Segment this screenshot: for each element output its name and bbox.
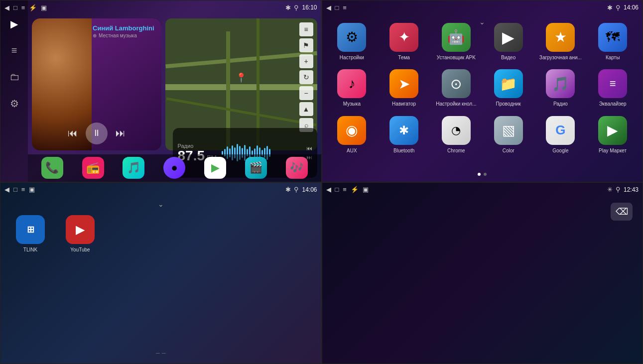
- playmarket-label: Play Маркет: [599, 148, 627, 153]
- back-icon-3[interactable]: ◀: [4, 186, 9, 193]
- panel-dialer: ◀ □ ≡ ⚡ ▣ ✳ ⚲ 12:43 ⌫ 1 2 3 # 📞 4 5 6 0 …: [322, 182, 643, 364]
- maps-label: Карты: [606, 55, 620, 60]
- nav-icon: ➤: [389, 69, 418, 98]
- app-settings[interactable]: ⚙ Настройки: [327, 19, 377, 64]
- square-icon-3[interactable]: □: [13, 186, 17, 193]
- aux-label: AUX: [347, 148, 357, 153]
- bottom-music-btn[interactable]: 🎵: [123, 157, 144, 179]
- app-knob[interactable]: ⊙ Настройки кнол...: [431, 66, 481, 111]
- app-video[interactable]: ▶ Видео: [484, 19, 533, 64]
- menu-icon-1[interactable]: ≡: [21, 4, 25, 11]
- next-button[interactable]: ⏭: [116, 127, 126, 139]
- theme-icon: ✦: [389, 23, 418, 52]
- menu-icon-2[interactable]: ≡: [343, 4, 347, 11]
- square-icon-1[interactable]: □: [13, 4, 17, 11]
- bottom-video-btn[interactable]: 🎬: [245, 157, 267, 179]
- source-icon: ⊕: [93, 33, 97, 38]
- app-color[interactable]: ▧ Color: [484, 113, 533, 157]
- app-navigator[interactable]: ➤ Навигатор: [379, 66, 429, 111]
- radio-prev-btn[interactable]: ⏮: [306, 145, 312, 152]
- app-playmarket[interactable]: ▶ Play Маркет: [588, 113, 638, 157]
- app-tlink[interactable]: ⊞ TLINK: [10, 215, 50, 252]
- app-music[interactable]: ♪ Музыка: [327, 66, 377, 111]
- loader-label: Загрузочная ани...: [539, 55, 582, 60]
- bt-icon-3: ✱: [285, 186, 291, 193]
- files-label: Проводник: [496, 101, 521, 107]
- chrome-label: Chrome: [447, 148, 465, 153]
- bluetooth-label: Bluetooth: [393, 148, 414, 153]
- color-icon: ▧: [494, 116, 523, 145]
- sidebar-folder-icon[interactable]: 🗀: [9, 71, 19, 83]
- eq-icon: ≡: [598, 69, 627, 98]
- radio-label: Радио: [553, 101, 568, 107]
- music-widget: Синий Lamborghini ⊕ Местная музыка ⏮ ⏸ ⏭: [32, 18, 161, 150]
- app-google[interactable]: G Google: [536, 113, 586, 157]
- music-source: ⊕ Местная музыка: [93, 33, 155, 38]
- location-icon-2: ⚲: [616, 4, 621, 11]
- map-zoom-in-btn[interactable]: +: [299, 54, 313, 68]
- chevron-3[interactable]: ⌄: [158, 200, 164, 208]
- usb-icon-4: ⚡: [351, 186, 359, 193]
- sd-icon-1: ▣: [41, 4, 47, 11]
- location-icon-3: ⚲: [294, 186, 299, 193]
- status-bar-1: ◀ □ ≡ ⚡ ▣ ✱ ⚲ 16:10: [0, 0, 321, 14]
- app-files[interactable]: 📁 Проводник: [484, 66, 533, 111]
- settings-icon: ⚙: [337, 23, 366, 52]
- app-aux[interactable]: ◉ AUX: [327, 113, 377, 157]
- sd-icon-3: ▣: [29, 186, 35, 193]
- sidebar-nav-icon[interactable]: ▶: [10, 18, 18, 30]
- bluetooth-icon: ✱: [389, 116, 418, 145]
- app-chrome[interactable]: ◔ Chrome: [431, 113, 481, 157]
- back-icon-4[interactable]: ◀: [326, 186, 331, 193]
- app-radio[interactable]: 🎵 Радио: [536, 66, 586, 111]
- menu-icon-4[interactable]: ≡: [343, 186, 347, 193]
- map-toolbar: ≡ ⚑ + ↻ − ▲ ⌕: [299, 22, 313, 132]
- map-menu-btn[interactable]: ≡: [299, 22, 313, 36]
- app-youtube[interactable]: ▶ YouTube: [60, 215, 100, 252]
- map-zoom-out-btn[interactable]: −: [299, 86, 313, 100]
- time-4: 12:43: [624, 186, 639, 193]
- music-icon: ♪: [337, 69, 366, 98]
- app-theme[interactable]: ✦ Тема: [379, 19, 429, 64]
- video-label: Видео: [501, 55, 515, 60]
- map-rotate-btn[interactable]: ↻: [299, 70, 313, 84]
- sidebar-sliders-icon[interactable]: ≡: [11, 45, 17, 56]
- sidebar-gear-icon[interactable]: ⚙: [10, 98, 19, 110]
- dot-1[interactable]: [478, 173, 481, 176]
- app-maps[interactable]: 🗺 Карты: [588, 19, 638, 64]
- map-compass-btn[interactable]: ▲: [299, 102, 313, 116]
- square-icon-4[interactable]: □: [335, 186, 339, 193]
- theme-label: Тема: [398, 55, 410, 60]
- app-apk[interactable]: 🤖 Установщик APK: [431, 19, 481, 64]
- app-loader[interactable]: ★ Загрузочная ани...: [536, 19, 586, 64]
- panel-music-map: ◀ □ ≡ ⚡ ▣ ✱ ⚲ 16:10 ▶ ≡ 🗀 ⚙ Синий Lambor…: [0, 0, 322, 182]
- youtube-label: YouTube: [70, 247, 90, 252]
- menu-icon-3[interactable]: ≡: [21, 186, 25, 193]
- time-3: 14:06: [302, 186, 317, 193]
- sd-icon-4: ▣: [363, 186, 369, 193]
- bottom-music2-btn[interactable]: 🎶: [286, 157, 308, 179]
- app-bluetooth[interactable]: ✱ Bluetooth: [379, 113, 429, 157]
- square-icon-2[interactable]: □: [335, 4, 339, 11]
- usb-icon-1: ⚡: [29, 4, 37, 11]
- app-grid: ⚙ Настройки ✦ Тема 🤖 Установщик APK ▶ Ви…: [322, 14, 643, 162]
- bottom-circle-btn[interactable]: ●: [163, 157, 185, 179]
- back-icon-2[interactable]: ◀: [326, 4, 331, 11]
- status-bar-2: ◀ □ ≡ ✱ ⚲ 14:06: [322, 0, 643, 14]
- bottom-radio-btn[interactable]: 📻: [82, 157, 104, 179]
- bottom-store-btn[interactable]: ▶: [204, 157, 226, 179]
- bottom-phone-btn[interactable]: 📞: [41, 157, 63, 179]
- panel-launcher: ◀ □ ≡ ▣ ✱ ⚲ 14:06 ⌄ ⊞ TLINK ▶ YouTube – …: [0, 182, 322, 364]
- settings-label: Настройки: [340, 55, 364, 60]
- prev-button[interactable]: ⏮: [68, 127, 78, 139]
- radio-icon: 🎵: [546, 69, 575, 98]
- app-equalizer[interactable]: ≡ Эквалайзер: [588, 66, 638, 111]
- nav-label: Навигатор: [392, 101, 416, 107]
- dot-2[interactable]: [484, 173, 487, 176]
- music-label: Музыка: [343, 101, 361, 107]
- map-flag-btn[interactable]: ⚑: [299, 38, 313, 52]
- play-pause-button[interactable]: ⏸: [86, 122, 108, 144]
- back-icon-1[interactable]: ◀: [4, 4, 9, 11]
- bottom-bar-1: 📞 📻 🎵 ● ▶ 🎬 🎶: [28, 154, 321, 182]
- backspace-button[interactable]: ⌫: [611, 203, 633, 221]
